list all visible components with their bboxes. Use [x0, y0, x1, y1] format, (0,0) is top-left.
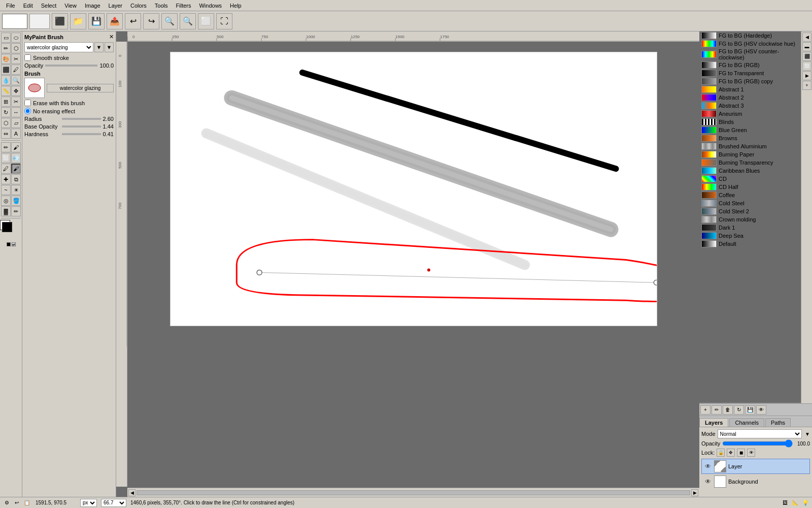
new-button[interactable]: ⬛: [52, 13, 68, 29]
status-icon-2[interactable]: ↩: [12, 498, 21, 507]
scroll-right-btn[interactable]: ▶: [691, 489, 698, 496]
rt-btn-3[interactable]: ⬛: [802, 52, 811, 61]
scissors-tool[interactable]: ✂: [11, 54, 21, 64]
layer-visibility-layer[interactable]: 👁: [704, 462, 712, 470]
perspective-tool[interactable]: ▱: [11, 118, 21, 128]
gradient-item-19[interactable]: Coffee: [699, 191, 801, 199]
smudge-tool[interactable]: ~: [1, 185, 11, 195]
reset-colors-icon[interactable]: [7, 242, 11, 246]
fuzzy-select-tool[interactable]: ⬡: [11, 43, 21, 53]
base-opacity-slider[interactable]: [62, 125, 101, 128]
gradient-item-5[interactable]: FG to BG (RGB) copy: [699, 77, 801, 85]
gradient-item-3[interactable]: FG to BG (RGB): [699, 61, 801, 69]
gradient-item-8[interactable]: Abstract 3: [699, 102, 801, 110]
eraser-tool[interactable]: ⬜: [1, 153, 11, 163]
menu-filters[interactable]: Filters: [172, 2, 195, 10]
layer-visibility-background[interactable]: 👁: [704, 478, 712, 486]
rotate-tool[interactable]: ↻: [1, 107, 11, 117]
gradient-item-17[interactable]: CD: [699, 175, 801, 183]
fullscreen-button[interactable]: ⛶: [216, 13, 232, 29]
scale-tool[interactable]: ↔: [11, 107, 21, 117]
gradient-item-21[interactable]: Cold Steel 2: [699, 207, 801, 215]
gradient-item-2[interactable]: FG to BG (HSV counter-clockwise): [699, 48, 801, 61]
tab-paths[interactable]: Paths: [765, 418, 791, 427]
dodge-burn-tool[interactable]: ☀: [11, 185, 21, 195]
lock-pixels-btn[interactable]: 🔒: [717, 449, 725, 457]
status-icon-r3[interactable]: 💡: [801, 498, 810, 507]
lock-alpha-btn[interactable]: ◼: [737, 449, 745, 457]
gradient-item-23[interactable]: Dark 1: [699, 224, 801, 232]
open-button[interactable]: 📁: [70, 13, 86, 29]
gradient-item-24[interactable]: Deep Sea: [699, 232, 801, 240]
gradient-item-18[interactable]: CD Half: [699, 183, 801, 191]
brush-preset-menu[interactable]: ▼: [105, 42, 114, 52]
gradient-item-1[interactable]: FG to BG (HSV clockwise hue): [699, 40, 801, 48]
rt-btn-new[interactable]: +: [802, 81, 811, 90]
menu-select[interactable]: Select: [37, 2, 61, 10]
redo-button[interactable]: ↪: [143, 13, 159, 29]
no-erase-radio[interactable]: [24, 108, 31, 114]
menu-colors[interactable]: Colors: [126, 2, 151, 10]
brush-preset-select[interactable]: watercolor glazing: [24, 42, 93, 52]
fg-select-tool[interactable]: ⬛: [1, 65, 11, 75]
brush-preset-arrow[interactable]: ▼: [94, 42, 104, 52]
gradient-item-16[interactable]: Caribbean Blues: [699, 167, 801, 175]
gradient-item-4[interactable]: FG to Transparent: [699, 69, 801, 77]
status-unit-select[interactable]: px: [80, 499, 97, 507]
tab-channels[interactable]: Channels: [729, 418, 764, 427]
brush-name-display[interactable]: watercolor glazing: [47, 84, 114, 92]
erase-check[interactable]: [24, 100, 31, 106]
paths-tool[interactable]: 🖊: [11, 65, 21, 75]
foreground-color-swatch[interactable]: [2, 222, 12, 232]
crop-tool[interactable]: ✂: [11, 97, 21, 107]
menu-file[interactable]: File: [2, 2, 19, 10]
color-select-tool[interactable]: 🎨: [1, 54, 11, 64]
status-icon-3[interactable]: 📋: [22, 498, 31, 507]
new-gradient-btn[interactable]: +: [700, 405, 710, 415]
gradient-item-25[interactable]: Default: [699, 240, 801, 248]
gradient-item-13[interactable]: Brushed Aluminium: [699, 142, 801, 150]
shear-tool[interactable]: ⬡: [1, 118, 11, 128]
layer-item-layer[interactable]: 👁 Layer: [701, 459, 810, 474]
zoom-tool[interactable]: 🔍: [11, 75, 21, 85]
airbrush-tool[interactable]: 💨: [11, 153, 21, 163]
status-zoom-select[interactable]: 66.7: [101, 499, 126, 507]
undo-button[interactable]: ↩: [125, 13, 141, 29]
smooth-stroke-check[interactable]: [24, 54, 31, 61]
ink-tool[interactable]: 🖊: [1, 164, 11, 174]
bucket-fill-tool[interactable]: 🪣: [11, 196, 21, 206]
refresh-gradient-btn[interactable]: ↻: [734, 405, 744, 415]
lock-position-btn[interactable]: ✥: [727, 449, 735, 457]
clone-tool[interactable]: ⧉: [11, 174, 21, 184]
blend-tool[interactable]: ▓: [1, 206, 11, 216]
edit-gradient-btn[interactable]: ✏: [712, 405, 722, 415]
export-button[interactable]: 📤: [107, 13, 123, 29]
scroll-left-btn[interactable]: ◀: [128, 489, 136, 496]
align-tool[interactable]: ⊞: [1, 97, 11, 107]
gradient-item-15[interactable]: Burning Transparency: [699, 158, 801, 167]
menu-image[interactable]: Image: [81, 2, 105, 10]
status-icon-r1[interactable]: 🖼: [781, 498, 790, 507]
rt-btn-1[interactable]: ◀: [802, 33, 811, 42]
menu-tools[interactable]: Tools: [151, 2, 172, 10]
del-gradient-btn[interactable]: 🗑: [723, 405, 733, 415]
radius-slider[interactable]: [62, 118, 101, 120]
paintbrush-tool[interactable]: 🖌: [11, 142, 21, 152]
rt-btn-5[interactable]: ▶: [802, 71, 811, 80]
layer-item-background[interactable]: 👁 Background: [701, 474, 810, 489]
ellipse-select-tool[interactable]: ⬭: [11, 33, 21, 43]
menu-edit[interactable]: Edit: [19, 2, 37, 10]
gradient-item-9[interactable]: Aneurism: [699, 110, 801, 118]
zoom-in-button[interactable]: 🔍: [180, 13, 196, 29]
gradient-item-11[interactable]: Blue Green: [699, 126, 801, 134]
opacity-slider[interactable]: [45, 65, 97, 67]
gradient-item-6[interactable]: Abstract 1: [699, 85, 801, 93]
color-picker-tool[interactable]: 💧: [1, 75, 11, 85]
view-gradient-btn[interactable]: 👁: [756, 405, 766, 415]
layer-mode-arrow[interactable]: ▼: [805, 431, 810, 437]
move-tool[interactable]: ✥: [11, 86, 21, 96]
options-panel-close[interactable]: ✕: [109, 34, 114, 40]
heal-tool[interactable]: ✚: [1, 174, 11, 184]
tab-layers[interactable]: Layers: [699, 418, 728, 427]
status-icon-r2[interactable]: 📐: [791, 498, 800, 507]
